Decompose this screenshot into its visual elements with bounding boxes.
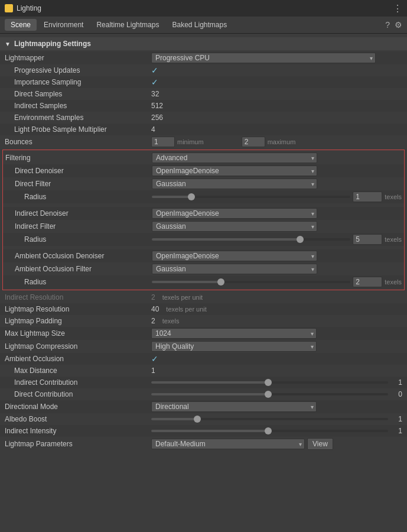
section-title: Lightmapping Settings	[14, 40, 91, 48]
indirect-radius-track[interactable]	[152, 238, 350, 241]
tab-actions: ? ⚙	[385, 20, 402, 30]
dropdown-ao-filter[interactable]: Gaussian	[152, 264, 317, 274]
row-indirect-intensity: Indirect Intensity 1	[0, 425, 407, 437]
text-indirect-intensity: 1	[390, 427, 402, 435]
row-bounces: Bounces minimum maximum	[0, 135, 407, 148]
value-lightmap-parameters: Default-Medium View	[151, 438, 402, 450]
direct-contribution-thumb[interactable]	[265, 391, 272, 398]
label-indirect-samples: Indirect Samples	[5, 102, 151, 110]
text-indirect-resolution: 2	[151, 293, 155, 301]
value-direct-radius: texels	[152, 192, 402, 202]
row-max-distance: Max Distance 1	[0, 365, 407, 377]
row-ambient-occlusion: Ambient Occlusion ✓	[0, 353, 407, 365]
unit-lightmap-padding: texels	[162, 317, 180, 325]
bounces-max-input[interactable]	[242, 137, 265, 147]
tab-realtime-lightmaps[interactable]: Realtime Lightmaps	[90, 19, 165, 31]
row-max-lightmap-size: Max Lightmap Size 1024	[0, 327, 407, 340]
text-environment-samples: 256	[151, 113, 163, 122]
title-bar-menu-icon[interactable]: ⋮	[393, 3, 402, 14]
dropdown-indirect-denoiser[interactable]: OpenImageDenoise	[152, 208, 317, 219]
checkbox-progressive-updates[interactable]: ✓	[151, 66, 158, 75]
indirect-intensity-thumb[interactable]	[265, 427, 272, 434]
value-lightmap-padding: 2 texels	[151, 317, 402, 325]
bounces-min-input[interactable]	[151, 137, 175, 147]
indirect-radius-fill	[152, 238, 301, 241]
indirect-intensity-track[interactable]	[151, 430, 388, 432]
row-ao-radius: Radius texels	[3, 275, 404, 288]
albedo-boost-track[interactable]	[151, 418, 388, 420]
direct-radius-unit: texels	[385, 193, 402, 200]
bounces-min-label: minimum	[177, 138, 204, 145]
checkbox-ambient-occlusion[interactable]: ✓	[151, 354, 158, 364]
value-indirect-resolution: 2 texels per unit	[151, 293, 402, 301]
dropdown-lightmapper[interactable]: Progressive CPU	[151, 53, 376, 63]
dropdown-lightmap-parameters[interactable]: Default-Medium	[151, 439, 305, 449]
dropdown-max-lightmap-size[interactable]: 1024	[151, 328, 317, 339]
value-bounces: minimum maximum	[151, 137, 402, 147]
row-indirect-radius: Radius texels	[3, 233, 404, 246]
checkbox-importance-sampling[interactable]: ✓	[151, 77, 158, 87]
direct-radius-thumb[interactable]	[188, 193, 195, 200]
ao-radius-thumb[interactable]	[217, 278, 224, 286]
direct-radius-input[interactable]	[353, 192, 382, 202]
tab-bar: Scene Environment Realtime Lightmaps Bak…	[0, 17, 407, 34]
row-directional-mode: Directional Mode Directional	[0, 400, 407, 413]
dropdown-filtering[interactable]: Advanced	[152, 153, 317, 163]
albedo-boost-thumb[interactable]	[194, 416, 201, 423]
indirect-contribution-thumb[interactable]	[265, 379, 272, 386]
indirect-contribution-track[interactable]	[151, 381, 388, 384]
tab-baked-lightmaps[interactable]: Baked Lightmaps	[166, 19, 233, 31]
label-ao-filter: Ambient Occlusion Filter	[5, 265, 152, 273]
filtering-section: Filtering Advanced Direct Denoiser OpenI…	[2, 150, 405, 290]
text-direct-samples: 32	[151, 90, 159, 98]
label-direct-samples: Direct Samples	[5, 90, 151, 98]
tab-environment[interactable]: Environment	[38, 19, 89, 31]
collapse-triangle[interactable]: ▼	[5, 41, 11, 47]
text-light-probe-sample: 4	[151, 125, 155, 134]
unit-lightmap-resolution: texels per unit	[166, 306, 206, 313]
window-title: Lighting	[17, 4, 41, 12]
row-filtering: Filtering Advanced	[3, 151, 404, 164]
label-lightmap-padding: Lightmap Padding	[5, 317, 151, 325]
label-direct-contribution: Direct Contribution	[5, 390, 151, 398]
dropdown-lightmap-compression[interactable]: High Quality	[151, 341, 317, 352]
dropdown-ao-denoiser[interactable]: OpenImageDenoise	[152, 251, 317, 261]
dropdown-directional-mode[interactable]: Directional	[151, 401, 317, 412]
view-button[interactable]: View	[307, 438, 333, 450]
value-lightmap-compression: High Quality	[151, 341, 402, 352]
main-content: ▼ Lightmapping Settings Lightmapper Prog…	[0, 34, 407, 528]
dropdown-indirect-filter[interactable]: Gaussian	[152, 221, 317, 232]
row-lightmap-resolution: Lightmap Resolution 40 texels per unit	[0, 303, 407, 315]
dropdown-direct-denoiser[interactable]: OpenImageDenoise	[152, 166, 317, 176]
value-ao-radius: texels	[152, 277, 402, 287]
label-lightmap-compression: Lightmap Compression	[5, 342, 151, 351]
label-albedo-boost: Albedo Boost	[5, 415, 151, 423]
row-indirect-resolution: Indirect Resolution 2 texels per unit	[0, 291, 407, 303]
label-direct-denoiser: Direct Denoiser	[5, 167, 152, 175]
indirect-radius-thumb[interactable]	[297, 236, 304, 243]
row-ao-denoiser: Ambient Occlusion Denoiser OpenImageDeno…	[3, 249, 404, 262]
label-indirect-intensity: Indirect Intensity	[5, 427, 151, 435]
tab-scene[interactable]: Scene	[5, 19, 37, 31]
row-direct-radius: Radius texels	[3, 190, 404, 203]
bounces-max-label: maximum	[268, 138, 296, 145]
dropdown-direct-filter[interactable]: Gaussian	[152, 179, 317, 189]
direct-radius-track[interactable]	[152, 196, 350, 198]
ao-radius-track[interactable]	[152, 281, 350, 283]
label-lightmapper: Lightmapper	[5, 54, 151, 62]
settings-icon[interactable]: ⚙	[395, 20, 402, 30]
lighting-icon	[5, 4, 13, 12]
lightmapping-settings-header: ▼ Lightmapping Settings	[0, 37, 407, 50]
value-max-lightmap-size: 1024	[151, 328, 402, 339]
value-indirect-samples: 512	[151, 102, 402, 110]
row-lightmapper: Lightmapper Progressive CPU	[0, 51, 407, 64]
row-albedo-boost: Albedo Boost 1	[0, 413, 407, 425]
label-progressive-updates: Progressive Updates	[5, 66, 151, 74]
direct-contribution-track[interactable]	[151, 393, 388, 395]
label-importance-sampling: Importance Sampling	[5, 78, 151, 86]
label-direct-radius: Radius	[5, 193, 152, 201]
indirect-radius-input[interactable]	[353, 234, 382, 245]
help-icon[interactable]: ?	[385, 20, 390, 30]
ao-radius-input[interactable]	[353, 277, 382, 287]
direct-radius-fill	[152, 196, 191, 198]
